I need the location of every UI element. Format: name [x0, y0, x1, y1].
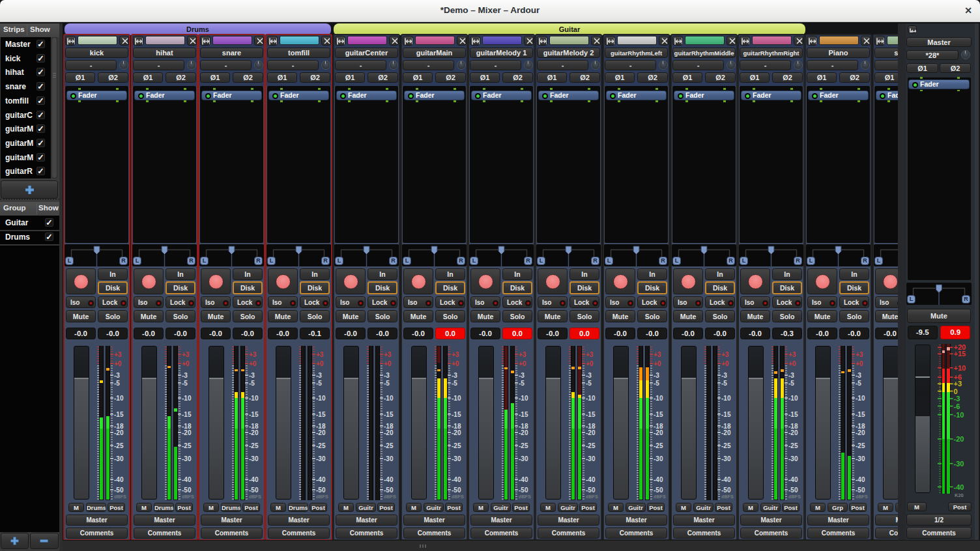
svg-text:-30: -30	[316, 455, 326, 462]
svg-text:-20: -20	[654, 429, 663, 436]
svg-text:-15: -15	[788, 411, 798, 418]
svg-text:dBFS: dBFS	[384, 494, 396, 500]
svg-text:-30: -30	[654, 455, 663, 462]
svg-text:-10: -10	[114, 395, 124, 402]
svg-text:+3: +3	[182, 351, 190, 358]
svg-text:+3: +3	[856, 351, 863, 358]
svg-text:-40: -40	[182, 476, 192, 483]
svg-text:-20: -20	[721, 429, 731, 436]
svg-text:+0: +0	[519, 360, 526, 367]
svg-text:-25: -25	[452, 442, 461, 449]
svg-text:+0: +0	[856, 360, 863, 367]
svg-text:+0: +0	[249, 360, 257, 367]
svg-text:-30: -30	[519, 455, 528, 462]
svg-text:dBFS: dBFS	[249, 494, 261, 500]
svg-text:-10: -10	[182, 395, 192, 402]
svg-text:dBFS: dBFS	[114, 494, 126, 500]
svg-text:+0: +0	[788, 360, 796, 367]
svg-text:+0: +0	[721, 360, 729, 367]
svg-text:-30: -30	[856, 455, 865, 462]
svg-text:-20: -20	[249, 429, 259, 436]
svg-text:-25: -25	[182, 442, 192, 449]
svg-text:+15: +15	[954, 350, 966, 358]
svg-text:-3: -3	[788, 372, 794, 379]
svg-text:-3: -3	[452, 372, 457, 379]
svg-text:-3: -3	[249, 372, 255, 379]
svg-text:dBFS: dBFS	[721, 494, 734, 500]
svg-text:-10: -10	[384, 395, 394, 402]
svg-text:-25: -25	[721, 442, 731, 449]
svg-text:-20: -20	[856, 429, 865, 436]
svg-text:K20: K20	[955, 492, 964, 498]
svg-text:-40: -40	[654, 476, 663, 483]
svg-text:-20: -20	[586, 429, 596, 436]
svg-text:-25: -25	[316, 442, 326, 449]
svg-text:-10: -10	[316, 395, 326, 402]
svg-text:-15: -15	[586, 411, 596, 418]
svg-text:dBFS: dBFS	[452, 494, 464, 500]
svg-text:-40: -40	[586, 476, 596, 483]
svg-text:+0: +0	[452, 360, 459, 367]
svg-text:-5: -5	[586, 380, 592, 387]
svg-text:-5: -5	[654, 380, 659, 387]
svg-text:-50: -50	[788, 487, 798, 494]
svg-text:-50: -50	[452, 487, 461, 494]
svg-text:-5: -5	[452, 380, 457, 387]
svg-text:-40: -40	[249, 476, 259, 483]
svg-text:+3: +3	[654, 351, 661, 358]
svg-text:-5: -5	[721, 380, 727, 387]
svg-text:-15: -15	[182, 411, 192, 418]
svg-text:+0: +0	[316, 360, 324, 367]
svg-text:-10: -10	[788, 395, 798, 402]
svg-text:-50: -50	[249, 487, 259, 494]
svg-text:-30: -30	[114, 455, 124, 462]
svg-text:-3: -3	[384, 372, 390, 379]
svg-text:-5: -5	[856, 380, 861, 387]
svg-text:-5: -5	[384, 380, 390, 387]
svg-text:-40: -40	[316, 476, 326, 483]
svg-text:-5: -5	[182, 380, 188, 387]
svg-text:-10: -10	[519, 395, 528, 402]
svg-text:-40: -40	[721, 476, 731, 483]
svg-text:-15: -15	[519, 411, 528, 418]
svg-text:-20: -20	[452, 429, 461, 436]
svg-text:+3: +3	[316, 351, 324, 358]
svg-text:+3: +3	[954, 380, 962, 388]
svg-text:-10: -10	[654, 395, 663, 402]
svg-text:-40: -40	[384, 476, 394, 483]
svg-text:-25: -25	[586, 442, 596, 449]
svg-text:-40: -40	[519, 476, 528, 483]
svg-text:-6: -6	[954, 403, 960, 410]
svg-text:-30: -30	[384, 455, 394, 462]
svg-text:-50: -50	[721, 487, 731, 494]
svg-text:-20: -20	[114, 429, 124, 436]
svg-text:-50: -50	[384, 487, 394, 494]
svg-text:-15: -15	[721, 411, 731, 418]
svg-text:-3: -3	[182, 372, 188, 379]
svg-text:-30: -30	[249, 455, 259, 462]
svg-text:-5: -5	[519, 380, 525, 387]
svg-text:-10: -10	[954, 411, 964, 419]
svg-text:-50: -50	[654, 487, 663, 494]
svg-text:-25: -25	[249, 442, 259, 449]
svg-text:dBFS: dBFS	[788, 494, 801, 500]
svg-text:+3: +3	[586, 351, 594, 358]
svg-text:-50: -50	[114, 487, 124, 494]
svg-text:-15: -15	[249, 411, 259, 418]
svg-text:-5: -5	[316, 380, 322, 387]
svg-text:-30: -30	[788, 455, 798, 462]
svg-text:-10: -10	[586, 395, 596, 402]
svg-text:-20: -20	[788, 429, 798, 436]
svg-text:-3: -3	[721, 372, 727, 379]
svg-text:-40: -40	[114, 476, 124, 483]
svg-text:-15: -15	[384, 411, 394, 418]
svg-text:-30: -30	[721, 455, 731, 462]
svg-text:dBFS: dBFS	[586, 494, 598, 500]
svg-text:-30: -30	[586, 455, 596, 462]
svg-text:0: 0	[954, 388, 958, 395]
svg-text:-50: -50	[519, 487, 528, 494]
svg-text:-5: -5	[114, 380, 120, 387]
svg-text:-3: -3	[519, 372, 525, 379]
svg-text:-50: -50	[316, 487, 326, 494]
svg-text:-3: -3	[654, 372, 659, 379]
